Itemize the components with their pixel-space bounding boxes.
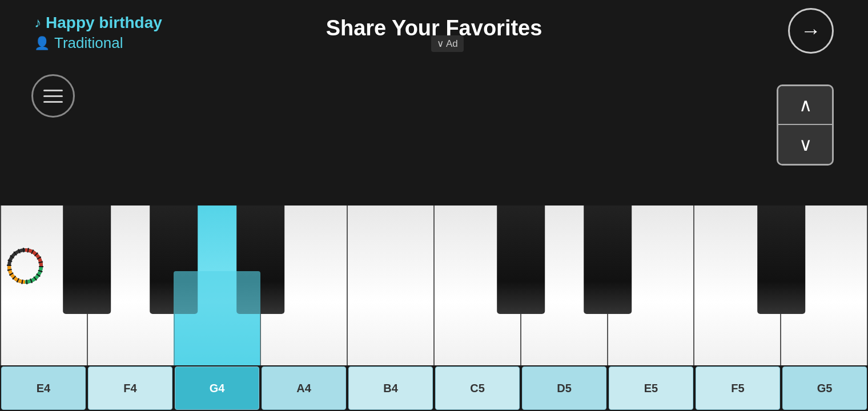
chevron-up-icon: ∧ bbox=[799, 94, 812, 116]
chevron-down-icon: ∨ bbox=[799, 134, 812, 155]
menu-line-2 bbox=[43, 95, 63, 97]
menu-lines-icon bbox=[43, 90, 63, 103]
menu-button[interactable] bbox=[31, 74, 75, 118]
piano-container: E4F4G4A4B4C5D5E5F5G5 bbox=[0, 206, 868, 411]
note-label-g4[interactable]: G4 bbox=[175, 366, 259, 410]
song-title: Happy birthday bbox=[46, 14, 162, 32]
black-key-f4gb4[interactable] bbox=[63, 206, 111, 314]
white-key-b4[interactable] bbox=[347, 206, 434, 365]
menu-line-3 bbox=[43, 101, 63, 103]
ad-badge[interactable]: ∨ Ad bbox=[431, 35, 464, 52]
active-key-highlight bbox=[174, 271, 260, 365]
scroll-controls: ∧ ∨ bbox=[777, 84, 834, 166]
note-label-a4[interactable]: A4 bbox=[262, 366, 346, 410]
note-label-f5[interactable]: F5 bbox=[696, 366, 780, 410]
music-note-icon: ♪ bbox=[34, 15, 41, 31]
ad-chevron: ∨ bbox=[437, 38, 444, 50]
person-icon: 👤 bbox=[34, 36, 50, 51]
note-label-d5[interactable]: D5 bbox=[522, 366, 606, 410]
black-key-d5eb5[interactable] bbox=[584, 206, 632, 314]
note-label-e4[interactable]: E4 bbox=[1, 366, 86, 410]
note-label-c5[interactable]: C5 bbox=[435, 366, 520, 410]
song-artist: Traditional bbox=[54, 34, 123, 52]
note-label-e5[interactable]: E5 bbox=[609, 366, 693, 410]
note-label-b4[interactable]: B4 bbox=[348, 366, 433, 410]
song-artist-row: 👤 Traditional bbox=[34, 34, 162, 52]
scroll-up-button[interactable]: ∧ bbox=[778, 86, 832, 125]
black-key-c5db5[interactable] bbox=[497, 206, 545, 314]
song-title-row: ♪ Happy birthday bbox=[34, 14, 162, 32]
black-key-f5gb5[interactable] bbox=[757, 206, 805, 314]
menu-line-1 bbox=[43, 90, 63, 91]
progress-circle bbox=[6, 247, 45, 285]
song-info: ♪ Happy birthday 👤 Traditional bbox=[34, 14, 162, 52]
ad-label: Ad bbox=[446, 38, 458, 50]
next-button[interactable]: → bbox=[788, 8, 834, 54]
white-keys-row bbox=[0, 206, 868, 365]
note-label-f4[interactable]: F4 bbox=[88, 366, 172, 410]
note-label-g5[interactable]: G5 bbox=[782, 366, 867, 410]
note-labels: E4F4G4A4B4C5D5E5F5G5 bbox=[0, 365, 868, 411]
next-arrow-icon: → bbox=[801, 19, 821, 43]
scroll-down-button[interactable]: ∨ bbox=[778, 125, 832, 164]
